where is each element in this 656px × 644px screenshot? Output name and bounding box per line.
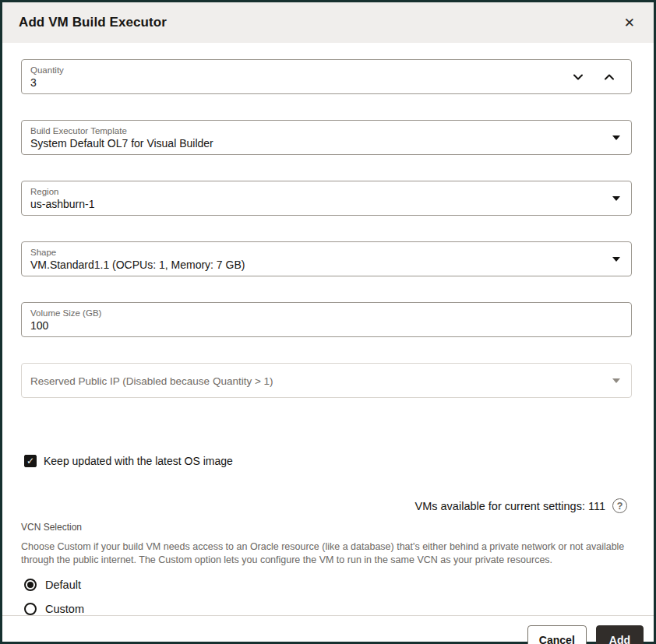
add-button[interactable]: Add (596, 625, 644, 644)
quantity-label: Quantity (30, 65, 572, 76)
dropdown-arrow-icon (612, 378, 620, 383)
region-value: us-ashburn-1 (30, 197, 606, 211)
vcn-radio-default[interactable]: Default (21, 579, 632, 591)
os-image-checkbox-row[interactable]: ✓ Keep updated with the latest OS image (21, 455, 632, 467)
vcn-radio-default-label: Default (45, 579, 81, 591)
help-icon[interactable]: ? (612, 498, 627, 513)
region-select[interactable]: Region us-ashburn-1 (21, 181, 632, 216)
add-vm-build-executor-dialog: Add VM Build Executor ✕ Quantity 3 Build… (0, 0, 656, 644)
volume-size-text: Volume Size (GB) 100 (30, 308, 620, 333)
vcn-selection-description: Choose Custom if your build VM needs acc… (21, 540, 632, 567)
quantity-field[interactable]: Quantity 3 (21, 59, 632, 94)
chevron-up-icon[interactable] (603, 71, 615, 83)
volume-size-value[interactable]: 100 (30, 318, 620, 333)
region-text: Region us-ashburn-1 (30, 186, 606, 211)
vcn-radio-custom-label: Custom (45, 603, 84, 615)
cancel-button[interactable]: Cancel (527, 625, 587, 644)
reserved-public-ip-select: Reserved Public IP (Disabled because Qua… (21, 363, 632, 398)
vcn-selection-label: VCN Selection (21, 522, 632, 533)
vcn-radio-custom[interactable]: Custom (21, 603, 632, 615)
template-text: Build Executor Template System Default O… (30, 125, 606, 150)
volume-size-label: Volume Size (GB) (30, 308, 620, 318)
dialog-body: Quantity 3 Build Executor Template Syste… (2, 43, 654, 615)
quantity-value[interactable]: 3 (30, 76, 572, 90)
shape-select[interactable]: Shape VM.Standard1.1 (OCPUs: 1, Memory: … (21, 241, 632, 276)
dropdown-arrow-icon[interactable] (612, 135, 620, 140)
dropdown-arrow-icon[interactable] (612, 196, 620, 201)
availability-text: VMs available for current settings: 111 (415, 500, 605, 512)
quantity-stepper (572, 71, 620, 83)
reserved-ip-text: Reserved Public IP (Disabled because Qua… (30, 374, 606, 388)
chevron-down-icon[interactable] (572, 71, 584, 83)
template-value: System Default OL7 for Visual Builder (30, 136, 606, 150)
build-executor-template-select[interactable]: Build Executor Template System Default O… (21, 120, 632, 155)
dropdown-arrow-icon[interactable] (612, 257, 620, 262)
radio-button-icon[interactable] (24, 579, 37, 591)
os-image-checkbox-label: Keep updated with the latest OS image (44, 455, 233, 467)
radio-button-icon[interactable] (24, 603, 37, 615)
region-label: Region (30, 186, 606, 197)
close-icon[interactable]: ✕ (621, 13, 638, 33)
dialog-footer: Cancel Add (2, 616, 654, 644)
quantity-text: Quantity 3 (30, 65, 572, 90)
availability-row: VMs available for current settings: 111 … (21, 498, 632, 513)
dialog-header: Add VM Build Executor ✕ (2, 2, 654, 43)
shape-value: VM.Standard1.1 (OCPUs: 1, Memory: 7 GB) (30, 258, 606, 272)
template-label: Build Executor Template (30, 125, 606, 136)
shape-label: Shape (30, 247, 606, 258)
reserved-ip-label: Reserved Public IP (Disabled because Qua… (30, 375, 273, 387)
shape-text: Shape VM.Standard1.1 (OCPUs: 1, Memory: … (30, 247, 606, 272)
dialog-title: Add VM Build Executor (19, 15, 621, 30)
volume-size-field[interactable]: Volume Size (GB) 100 (21, 302, 632, 337)
checkbox-checked-icon[interactable]: ✓ (24, 455, 37, 467)
